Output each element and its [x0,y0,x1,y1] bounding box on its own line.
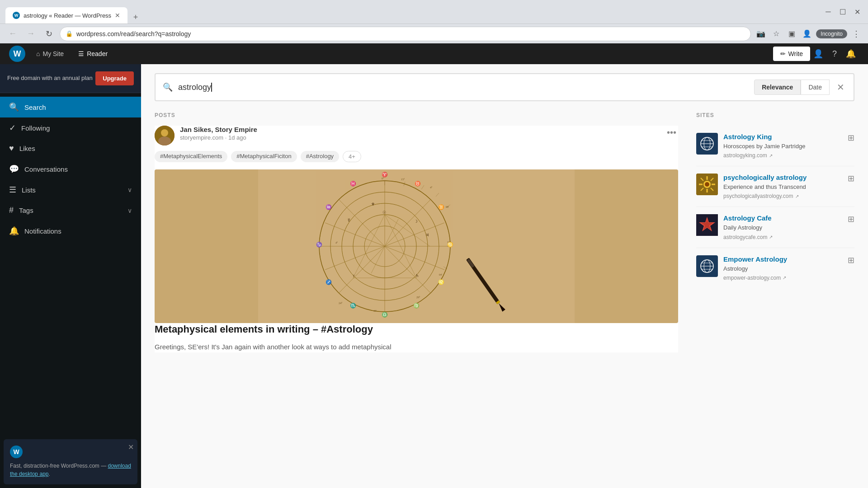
sidebar-item-lists[interactable]: ☰ Lists ∨ [0,179,141,200]
svg-text:♉: ♉ [415,180,421,187]
site-avatar [696,174,718,195]
search-bar-icon: 🔍 [163,82,173,92]
site-follow-button[interactable]: ⊞ [848,174,854,183]
svg-text:♃: ♃ [425,233,429,237]
site-name[interactable]: psychologically astrology [723,174,854,181]
browser-menu-button[interactable]: ⋮ [850,28,863,40]
active-tab[interactable]: W astrology « Reader — WordPress ✕ [5,7,127,23]
forward-button[interactable]: → [24,27,38,41]
site-info: psychologically astrology Experience and… [723,174,854,199]
svg-text:♏: ♏ [350,302,356,309]
profile-button[interactable]: 👤 [801,28,813,40]
search-clear-button[interactable]: ✕ [835,80,846,94]
external-link-icon: ↗ [795,194,799,199]
user-profile-button[interactable]: 👤 [810,46,826,62]
lists-icon: ☰ [9,185,16,195]
globe-icon [700,136,714,151]
svg-text:♎: ♎ [382,311,388,318]
svg-text:♑: ♑ [316,241,322,248]
sidebar-item-following[interactable]: ✓ Following [0,117,141,138]
sidebar-toggle-button[interactable]: ▣ [785,28,798,40]
notifications-icon: 🔔 [9,226,19,236]
svg-text:♋: ♋ [447,241,453,248]
conversations-icon: 💬 [9,164,19,174]
back-button[interactable]: ← [5,27,20,41]
sidebar-item-tags[interactable]: # Tags ∨ [0,200,141,221]
post-more-button[interactable]: ••• [665,126,678,140]
address-bar[interactable]: 🔒 wordpress.com/read/search?q=astrology [60,27,751,41]
post-meta: Jan Sikes, Story Empire storyempire.com … [180,126,660,141]
notifications-button[interactable]: 🔔 [843,46,859,62]
relevance-filter-button[interactable]: Relevance [754,80,801,95]
sidebar: Free domain with an annual plan Upgrade … [0,64,141,488]
site-follow-button[interactable]: ⊞ [848,133,854,143]
upgrade-button[interactable]: Upgrade [95,71,134,85]
svg-text:♒: ♒ [326,204,332,210]
site-avatar [696,255,718,277]
site-url: empower-astrology.com ↗ [723,275,854,281]
chevron-down-icon: ∨ [127,186,132,193]
svg-text:24°: 24° [339,302,343,305]
text-cursor [211,83,212,92]
post-excerpt: Greetings, SE'ers! It's Jan again with a… [155,342,678,352]
promo-close-button[interactable]: ✕ [128,443,134,451]
post-card: Jan Sikes, Story Empire storyempire.com … [155,126,678,352]
write-button[interactable]: ✏ Write [773,47,810,61]
svg-text:0°: 0° [382,177,384,180]
wp-logo[interactable]: W [9,46,25,62]
site-follow-button[interactable]: ⊞ [848,255,854,265]
my-site-nav[interactable]: ⌂ My Site [29,43,71,64]
svg-text:4°: 4° [430,186,433,189]
incognito-badge[interactable]: Incognito [816,29,847,38]
sidebar-item-label: Conversations [24,165,132,173]
address-text: wordpress.com/read/search?q=astrology [76,30,191,38]
sidebar-item-notifications[interactable]: 🔔 Notifications [0,221,141,241]
camera-button[interactable]: 📷 [755,28,767,40]
minimize-button[interactable]: ─ [823,6,834,17]
post-tag[interactable]: #MetaphysicalElements [155,151,227,162]
new-tab-button[interactable]: + [129,11,142,23]
refresh-button[interactable]: ↻ [42,27,56,41]
sites-column: SITES Astrology King Ho [696,112,854,352]
site-card: Astrology Cafe Daily Astrology astrology… [696,207,854,248]
site-name[interactable]: Astrology Cafe [723,214,854,222]
date-filter-button[interactable]: Date [801,80,830,95]
post-tag[interactable]: #MetaphysicalFiciton [231,151,297,162]
site-follow-button[interactable]: ⊞ [848,214,854,224]
post-tag[interactable]: #Astrology [301,151,339,162]
post-tags: #MetaphysicalElements #MetaphysicalFicit… [155,151,678,162]
post-title[interactable]: Metaphysical elements in writing – #Astr… [155,323,678,336]
help-button[interactable]: ? [826,46,843,62]
site-name[interactable]: Astrology King [723,133,854,141]
post-image[interactable]: 0° 15° 4° 08' 19° 04' 29° 10' 24° [155,169,678,323]
sidebar-item-search[interactable]: 🔍 Search [0,97,141,117]
sidebar-item-likes[interactable]: ♥ Likes [0,138,141,159]
svg-text:♆: ♆ [371,202,375,206]
site-url: astrologyking.com ↗ [723,152,854,159]
sidebar-item-conversations[interactable]: 💬 Conversations [0,159,141,179]
site-info: Astrology King Horoscopes by Jamie Partr… [723,133,854,159]
lock-icon: 🔒 [66,30,73,37]
sidebar-item-label: Tags [19,206,122,214]
maximize-button[interactable]: ☐ [837,6,848,17]
sidebar-item-label: Lists [22,186,122,194]
search-input[interactable]: astrology [178,83,749,92]
sidebar-item-label: Notifications [24,227,132,235]
search-filters: Relevance Date [754,80,830,95]
bookmark-button[interactable]: ☆ [770,28,783,40]
upgrade-text: Free domain with an annual plan [7,74,93,82]
close-button[interactable]: ✕ [852,6,863,17]
post-author[interactable]: Jan Sikes, Story Empire [180,126,660,133]
post-header: Jan Sikes, Story Empire storyempire.com … [155,126,678,145]
post-tag-more[interactable]: 4+ [343,151,361,162]
promo-text: Fast, distraction-free WordPress.com — d… [10,462,131,478]
svg-text:♀: ♀ [352,273,355,278]
site-name[interactable]: Empower Astrology [723,255,854,263]
following-icon: ✓ [9,123,16,133]
svg-point-2 [158,136,171,145]
tab-close-button[interactable]: ✕ [115,12,120,19]
reader-nav[interactable]: ☰ Reader [71,43,115,64]
my-site-label: My Site [42,50,64,57]
sunflower-icon [696,174,718,195]
svg-text:15°: 15° [401,178,405,181]
